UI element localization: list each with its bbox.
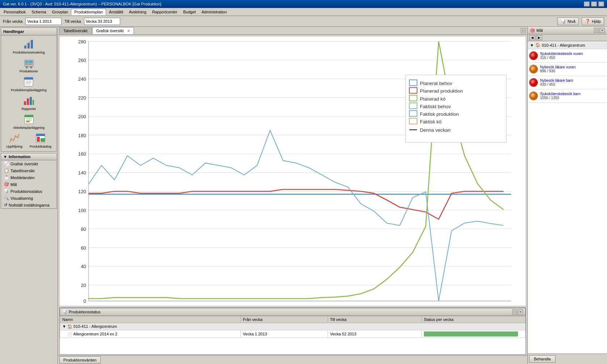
menu-administration[interactable]: Administration: [199, 9, 230, 15]
status-row-to: Vecka 52 2013: [328, 330, 421, 338]
info-item-nollstall[interactable]: ↺ Nollställ inställningarna: [1, 202, 56, 208]
right-panel-footer: Behandla: [528, 354, 607, 364]
svg-rect-103: [409, 95, 417, 101]
goal-item-sjukskotersk-barn[interactable]: Sjuksköterskebesök barn 1056 / 1350: [528, 89, 607, 103]
sidebar-item-produktionssimulering[interactable]: Produktionssimulering: [10, 37, 48, 56]
status-data-row[interactable]: 📄 Allergicentrum 2014 ex 2 Vecka 1 2013 …: [60, 330, 526, 338]
from-label: Från vecka: [3, 19, 22, 24]
produktionsplanlaeggning-icon: [23, 76, 34, 88]
status-row-status: [422, 330, 526, 338]
menu-personalbok[interactable]: Personalbok: [1, 9, 29, 15]
menubar: Personalbok Schema Grovplan Produktionsp…: [0, 8, 607, 16]
svg-text:160: 160: [78, 151, 86, 157]
goal-name-1[interactable]: Sjuksköterskebesök vuxen: [540, 52, 583, 56]
svg-rect-5: [29, 61, 33, 63]
svg-text:20: 20: [81, 283, 86, 288]
tree-root-expand[interactable]: ▼: [530, 43, 534, 47]
prod-values-button[interactable]: Produktionsvärden: [59, 356, 101, 364]
sidebar-item-produktioner[interactable]: Produktioner: [17, 56, 41, 75]
close-button[interactable]: ×: [598, 1, 604, 7]
bottom-toolbar: Produktionsvärden: [58, 355, 527, 364]
svg-text:Planerad kö: Planerad kö: [420, 96, 446, 102]
info-item-produktionsstatus[interactable]: 📊 Produktionsstatus: [1, 188, 56, 195]
info-item-mal[interactable]: 🎯 Mål: [1, 181, 56, 188]
info-item-grafisk-oversikt[interactable]: 📈 Grafisk översikt: [1, 160, 56, 167]
right-panel-header: 🎯 Mål □ ×: [528, 27, 607, 34]
minimize-button[interactable]: –: [584, 1, 590, 7]
status-table: Namn Från vecka Till vecka Status per ve…: [60, 316, 526, 338]
nollstall-icon: ↺: [4, 203, 7, 207]
svg-rect-107: [409, 111, 417, 117]
svg-point-115: [530, 79, 537, 86]
tabeloversikt-icon: 📋: [4, 168, 9, 173]
tree-folder-icon: 🏠: [67, 324, 72, 329]
chart-panel-controls: □: [521, 28, 526, 33]
svg-rect-109: [409, 118, 417, 124]
menu-budget[interactable]: Budget: [180, 9, 199, 15]
sidebar-item-produktkatalog[interactable]: Produktkatalog: [27, 131, 54, 150]
content-area: Tabellöversikt Grafisk översikt ✕ □: [58, 27, 527, 364]
menu-rapportcenter[interactable]: Rapportcenter: [149, 9, 180, 15]
menu-anstaelld[interactable]: Anställd: [106, 9, 126, 15]
behandla-button[interactable]: Behandla: [529, 355, 556, 363]
tree-expand-icon[interactable]: ▼: [62, 324, 66, 329]
visualisering-icon: 🔍: [4, 196, 9, 200]
tab-close-grafisk[interactable]: ✕: [127, 29, 130, 33]
svg-rect-30: [41, 138, 45, 142]
sidebar-item-produktionsplanlaeggning[interactable]: Produktionsplanläggning: [8, 75, 50, 93]
produktkatalog-icon: [35, 132, 46, 144]
svg-rect-14: [24, 101, 26, 105]
information-header[interactable]: ▼ Information: [1, 153, 56, 160]
svg-text:Planerad produktion: Planerad produktion: [420, 88, 463, 94]
uppfoeljning-icon: [8, 132, 20, 144]
tree-root-home-icon: 🏠: [535, 43, 540, 47]
from-week-input[interactable]: Vecka 1 2013: [25, 18, 62, 25]
svg-text:220: 220: [78, 95, 86, 101]
svg-rect-4: [25, 61, 28, 63]
rapporter-label: Rapporter: [21, 107, 36, 111]
svg-text:260: 260: [78, 58, 86, 63]
svg-rect-28: [36, 134, 45, 136]
svg-rect-0: [24, 46, 26, 48]
status-row-icon: 📄: [67, 332, 72, 336]
goal-item-sjukskotersk-vuxen[interactable]: Sjuksköterskebesök vuxen 316 / 450: [528, 49, 607, 63]
goal-name-2[interactable]: Nybesök läkare vuxen: [540, 65, 576, 69]
goal-name-3[interactable]: Nybesök läkare barn: [540, 79, 573, 82]
right-panel-forward-btn[interactable]: ▶: [536, 35, 542, 40]
right-panel-close-btn[interactable]: ×: [600, 28, 605, 33]
svg-rect-99: [409, 80, 417, 86]
status-expand-btn[interactable]: □: [512, 309, 517, 314]
svg-text:40: 40: [81, 264, 86, 269]
chart-expand-btn[interactable]: □: [521, 28, 526, 33]
sidebar-item-rapporter[interactable]: Rapporter: [18, 93, 39, 112]
status-close-btn[interactable]: ×: [518, 309, 523, 314]
to-label: Till vecka: [64, 19, 81, 24]
hjalp-button[interactable]: ❓ Hjälp: [582, 17, 604, 25]
tree-root-label: 010-411 - Allergicentrum: [542, 43, 585, 47]
info-item-tabeloversikt[interactable]: 📋 Tabellöversikt: [1, 167, 56, 174]
tab-tabelloversikt[interactable]: Tabellöversikt: [59, 27, 92, 34]
menu-produktionsplan[interactable]: Produktionsplan: [71, 9, 106, 15]
sidebar-item-aktivitetsplanlaeggning[interactable]: Aktivitetsplanläggning: [10, 112, 47, 131]
info-items-list: 📈 Grafisk översikt 📋 Tabellöversikt 📩 Me…: [1, 160, 56, 208]
right-panel-expand-btn[interactable]: □: [594, 28, 599, 33]
menu-schema[interactable]: Schema: [29, 9, 49, 15]
info-item-visualisering[interactable]: 🔍 Visualisering: [1, 195, 56, 202]
goal-item-nybesok-lakare-vuxen[interactable]: Nybesök läkare vuxen 896 / 930: [528, 63, 607, 76]
to-week-input[interactable]: Vecka 33 2013: [84, 18, 120, 25]
niva-icon: 📊: [561, 19, 566, 24]
svg-point-23: [10, 138, 12, 140]
sidebar-item-uppfoeljning[interactable]: Uppföljning: [3, 131, 25, 150]
goal-name-4[interactable]: Sjuksköterskebesök barn: [540, 92, 581, 96]
right-panel: 🎯 Mål □ × ◀ ▶ ▼ 🏠 010-411 - Allergicentr…: [527, 27, 607, 364]
menu-grovplan[interactable]: Grovplan: [49, 9, 71, 15]
menu-avdelning[interactable]: Avdelning: [126, 9, 149, 15]
niva-button[interactable]: 📊 Nivå: [557, 17, 579, 25]
goal-item-nybesok-lakare-barn[interactable]: Nybesök läkare barn 430 / 450: [528, 76, 607, 89]
status-tree-root-row: ▼ 🏠 010-411 - Allergicentrum: [60, 323, 526, 330]
tab-grafisk-oversikt[interactable]: Grafisk översikt ✕: [92, 27, 134, 34]
info-item-meddelanden[interactable]: 📩 Meddelanden: [1, 174, 56, 181]
maximize-button[interactable]: □: [591, 1, 597, 7]
svg-point-116: [530, 93, 537, 99]
right-panel-back-btn[interactable]: ◀: [529, 35, 535, 40]
